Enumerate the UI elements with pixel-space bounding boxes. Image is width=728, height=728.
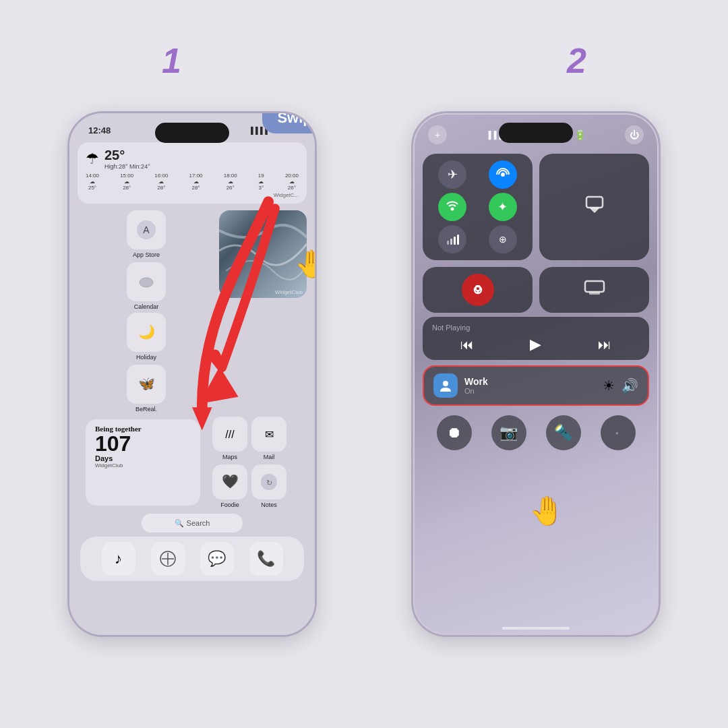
camera-button[interactable]: 📷: [491, 415, 526, 450]
focus-work-block[interactable]: Work On ☀ 🔊: [423, 365, 649, 406]
hour-3: 16:00☁28°: [154, 173, 168, 191]
svg-rect-21: [457, 235, 459, 245]
airplane-icon: ✈: [438, 160, 466, 189]
next-button[interactable]: ⏭: [598, 337, 611, 353]
mail-app[interactable]: ✉ Mail: [251, 417, 286, 460]
being-together-widget[interactable]: Being together 107 Days WidgetClub: [86, 419, 200, 506]
bereal-icon[interactable]: 🦋: [127, 365, 166, 404]
calendar-label: Calendar: [134, 303, 159, 310]
notes-icon[interactable]: ↻: [251, 464, 286, 499]
hour-2: 15:00☁28°: [120, 173, 133, 191]
maps-label: Maps: [222, 454, 237, 460]
dock: ♪ 💬 📞: [80, 537, 304, 581]
hotspot-toggle[interactable]: [480, 160, 526, 189]
flashlight-button[interactable]: 🔦: [546, 415, 581, 450]
bluetooth-toggle[interactable]: ✦: [480, 193, 526, 221]
weather-widget[interactable]: ☂ 25° High:28° Min:24° 14:00☁25° 15:00☁2…: [78, 142, 307, 204]
volume-icon-cc[interactable]: 🔊: [621, 377, 638, 394]
hour-5: 18:00☁26°: [224, 173, 237, 191]
holiday-item[interactable]: 🌙 Holiday: [78, 313, 215, 361]
right-small-apps: /// Maps ✉ Mail: [212, 417, 286, 508]
app-store-icon[interactable]: A: [127, 210, 166, 249]
play-button[interactable]: ▶: [530, 336, 541, 353]
bottom-section: Being together 107 Days WidgetClub /// M…: [69, 415, 315, 510]
maps-icon[interactable]: ///: [212, 417, 247, 452]
step-1-label: 1: [162, 40, 181, 81]
mail-icon[interactable]: ✉: [251, 417, 286, 452]
search-icon: 🔍: [175, 519, 184, 528]
hour-4: 17:00☁28°: [189, 173, 203, 191]
dynamic-island-2: [499, 123, 573, 143]
phone-1: Swipe 🤚 12:48 ▐▐▐▐●■■■■■ ☂: [67, 111, 317, 637]
swipe-callout: Swipe: [262, 111, 317, 133]
bereal-item[interactable]: 🦋 BeReal.: [78, 365, 215, 413]
temperature: 25°: [104, 148, 150, 163]
rotate-lock-block[interactable]: [423, 267, 533, 313]
dots-icon: ●: [615, 430, 620, 436]
search-text: Search: [187, 519, 210, 527]
maps-mail-row: /// Maps ✉ Mail: [212, 417, 286, 460]
svg-text:🌙: 🌙: [138, 324, 155, 340]
widgetclub-image[interactable]: WidgetClub: [219, 210, 307, 298]
app-mixed-row: A App Store Calendar: [69, 208, 315, 313]
now-playing-block: Not Playing ⏮ ▶ ⏭: [423, 317, 649, 360]
connectivity-block: ✈ ✦: [423, 154, 533, 260]
prev-button[interactable]: ⏮: [460, 337, 474, 353]
messages-dock-icon[interactable]: 💬: [200, 542, 234, 576]
svg-rect-18: [447, 241, 449, 245]
wifi-toggle-icon: [438, 193, 466, 221]
phone-dock-icon[interactable]: 📞: [249, 542, 283, 576]
music-dock-icon[interactable]: ♪: [102, 542, 135, 576]
bluetooth-icon: ✦: [489, 193, 517, 221]
app-store-item[interactable]: A App Store: [78, 210, 215, 258]
phone2-screen: + ▐▐▐ povo 📶 🔒 ⚡ 89% 🔋 ⏻: [413, 113, 659, 635]
focus-subtitle: On: [464, 387, 488, 395]
safari-dock-icon[interactable]: [151, 542, 185, 576]
hour-7: 20:00☁26°: [285, 173, 299, 191]
airplay-block[interactable]: [539, 154, 649, 260]
foodie-notes-row: 🖤 Foodie ↻ Notes: [212, 464, 286, 508]
hour-1: 14:00☁25°: [86, 173, 99, 191]
svg-text:↻: ↻: [266, 479, 272, 487]
wifi-toggle[interactable]: [429, 193, 476, 221]
app-row2: 🌙 Holiday 🦋 BeReal.: [69, 313, 315, 415]
svg-marker-23: [589, 208, 600, 213]
app-store-label: App Store: [133, 251, 160, 258]
svg-rect-26: [477, 290, 479, 293]
foodie-app[interactable]: 🖤 Foodie: [212, 464, 247, 508]
svg-point-29: [443, 381, 448, 386]
screen-mirror-block[interactable]: [539, 267, 649, 313]
calendar-icon[interactable]: [127, 262, 166, 301]
svg-rect-27: [585, 281, 604, 292]
step-2-label: 2: [567, 40, 586, 81]
swipe-hand-icon: 🤚: [295, 248, 317, 280]
notes-app[interactable]: ↻ Notes: [251, 464, 286, 508]
rotate-lock-icon: [462, 274, 494, 306]
calendar-item[interactable]: Calendar: [78, 262, 215, 310]
foodie-icon[interactable]: 🖤: [212, 464, 247, 499]
svg-point-16: [501, 173, 505, 177]
add-button[interactable]: +: [428, 125, 447, 144]
notes-label: Notes: [261, 502, 277, 508]
vpn-toggle[interactable]: ⊕: [480, 225, 526, 253]
holiday-icon[interactable]: 🌙: [127, 313, 166, 352]
home-indicator-2: [502, 627, 570, 630]
bereal-label: BeReal.: [135, 406, 157, 413]
maps-app[interactable]: /// Maps: [212, 417, 247, 460]
svg-text:A: A: [143, 224, 150, 235]
cellular-toggle[interactable]: [429, 225, 476, 253]
airplane-toggle[interactable]: ✈: [429, 160, 476, 189]
playback-controls: ⏮ ▶ ⏭: [432, 336, 640, 353]
main-container: 1 2 Swipe 🤚 12:48 ▐▐▐▐●■■■■■: [0, 0, 728, 728]
svg-text:🦋: 🦋: [138, 375, 155, 392]
screen-record-button[interactable]: ⏺: [437, 415, 472, 450]
sun-brightness-icon[interactable]: ☀: [603, 377, 615, 394]
search-bar[interactable]: 🔍 Search: [142, 514, 243, 533]
weather-icon: ☂: [86, 150, 99, 168]
power-button[interactable]: ⏻: [625, 125, 644, 144]
widgetclub-label: WidgetClub: [275, 289, 303, 295]
svg-text:✉: ✉: [265, 429, 274, 440]
more-button[interactable]: ●: [601, 415, 636, 450]
hour-6: 19☁3°: [258, 173, 264, 191]
svg-rect-5: [219, 210, 307, 298]
